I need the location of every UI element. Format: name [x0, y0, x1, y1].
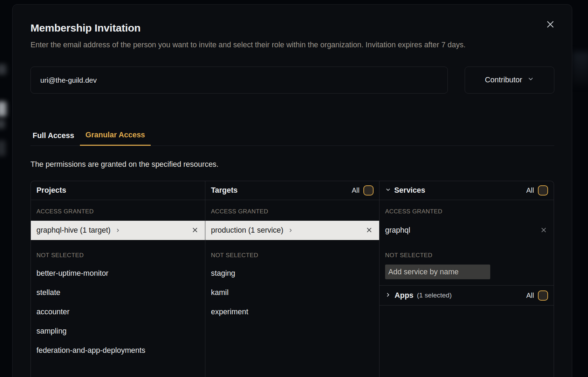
target-item[interactable]: experiment — [205, 302, 379, 322]
add-service-input[interactable] — [385, 265, 490, 279]
not-selected-label: NOT SELECTED — [36, 252, 199, 259]
project-item[interactable]: sampling — [31, 322, 205, 341]
services-column-header[interactable]: Services All — [380, 181, 554, 200]
apps-selected-count: (1 selected) — [417, 292, 452, 299]
apps-all-label: All — [526, 292, 534, 300]
not-selected-label: NOT SELECTED — [385, 252, 548, 259]
modal-title: Membership Invitation — [30, 22, 554, 34]
email-input[interactable] — [30, 67, 448, 94]
granted-project-row[interactable]: graphql-hive (1 target) — [31, 221, 205, 240]
resource-picker: Projects ACCESS GRANTED graphql-hive (1 … — [30, 181, 554, 377]
background-artifact — [0, 119, 5, 129]
granted-target-name: production (1 service) — [211, 226, 283, 235]
project-item[interactable]: stellate — [31, 283, 205, 302]
remove-icon — [191, 226, 199, 235]
invite-form-row: Contributor — [30, 67, 554, 94]
chevron-right-icon — [288, 228, 293, 233]
project-item[interactable]: better-uptime-monitor — [31, 264, 205, 283]
remove-icon — [540, 226, 547, 235]
access-granted-label: ACCESS GRANTED — [385, 208, 548, 215]
access-granted-label: ACCESS GRANTED — [211, 208, 374, 215]
services-all-label: All — [526, 186, 534, 194]
project-item[interactable]: federation-and-app-deployments — [31, 341, 205, 360]
projects-column: Projects ACCESS GRANTED graphql-hive (1 … — [31, 181, 205, 377]
services-all-checkbox[interactable] — [538, 185, 548, 196]
granted-service-name: graphql — [385, 226, 410, 235]
targets-all-checkbox[interactable] — [363, 185, 374, 196]
access-tabs: Full Access Granular Access — [30, 131, 554, 146]
targets-column: Targets All ACCESS GRANTED production (1… — [205, 181, 379, 377]
role-select[interactable]: Contributor — [465, 67, 554, 94]
background-artifact — [0, 102, 6, 116]
projects-column-title: Projects — [36, 186, 66, 195]
not-selected-label: NOT SELECTED — [211, 252, 374, 259]
targets-all-toggle[interactable]: All — [352, 185, 374, 196]
granted-target-row[interactable]: production (1 service) — [205, 221, 379, 240]
close-button[interactable] — [545, 19, 556, 30]
targets-all-label: All — [352, 186, 360, 194]
chevron-right-icon[interactable] — [385, 292, 391, 299]
page-background: Membership Invitation Enter the email ad… — [0, 0, 588, 377]
modal-description: Enter the email address of the person yo… — [30, 39, 529, 52]
apps-all-checkbox[interactable] — [538, 290, 548, 301]
apps-label: Apps — [395, 291, 413, 300]
chevron-down-icon[interactable] — [385, 187, 391, 194]
tab-full-access[interactable]: Full Access — [27, 131, 80, 146]
granted-project-name: graphql-hive (1 target) — [36, 226, 111, 235]
chevron-down-icon — [527, 76, 534, 84]
projects-column-header: Projects — [31, 181, 205, 200]
services-all-toggle[interactable]: All — [526, 185, 548, 196]
access-granted-label: ACCESS GRANTED — [36, 208, 199, 215]
projects-list: better-uptime-monitor stellate accounter… — [31, 264, 205, 360]
background-artifact — [0, 140, 6, 156]
targets-list: staging kamil experiment — [205, 264, 379, 322]
remove-project-button[interactable] — [191, 226, 199, 235]
project-item[interactable]: accounter — [31, 302, 205, 322]
permissions-note: The permissions are granted on the speci… — [30, 160, 554, 169]
chevron-right-icon — [115, 228, 121, 233]
apps-section-row[interactable]: Apps (1 selected) All — [380, 285, 554, 306]
close-icon — [546, 20, 555, 30]
apps-all-toggle[interactable]: All — [526, 290, 548, 301]
targets-column-title: Targets — [211, 186, 238, 195]
role-select-value: Contributor — [485, 76, 522, 84]
target-item[interactable]: staging — [205, 264, 379, 283]
services-column-title: Services — [394, 186, 425, 195]
granted-service-row[interactable]: graphql — [380, 221, 554, 240]
tab-granular-access[interactable]: Granular Access — [80, 131, 151, 146]
target-item[interactable]: kamil — [205, 283, 379, 302]
background-artifact — [573, 52, 588, 85]
remove-target-button[interactable] — [365, 226, 374, 235]
services-column: Services All ACCESS GRANTED graphql N — [379, 181, 554, 377]
remove-service-button[interactable] — [539, 226, 548, 235]
background-artifact — [0, 64, 6, 75]
membership-invitation-modal: Membership Invitation Enter the email ad… — [12, 4, 572, 377]
targets-column-header: Targets All — [205, 181, 379, 200]
remove-icon — [365, 226, 373, 235]
